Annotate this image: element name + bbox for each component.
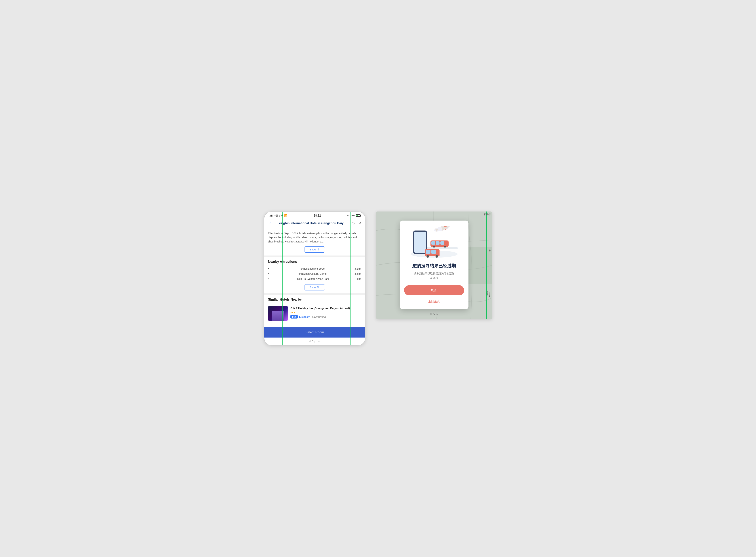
nearby-title: Nearby Attractions bbox=[268, 260, 361, 264]
annotation-line-right bbox=[486, 211, 486, 319]
svg-point-24 bbox=[436, 255, 438, 258]
share-icon[interactable]: ↗ bbox=[358, 221, 361, 226]
rating-label: Excellent bbox=[299, 316, 310, 318]
attraction-name-2: Renhezhen Cultural Center bbox=[297, 272, 327, 275]
signal-bar-2 bbox=[270, 215, 271, 216]
right-footer: © Omio bbox=[380, 313, 489, 316]
favorite-icon[interactable]: ♡ bbox=[352, 221, 355, 226]
right-panel: 拉绍德 拓 ChambMont- bbox=[376, 211, 492, 319]
modal-subtitle: 请刷新结果以取得最新的可购票券 及票价 bbox=[404, 271, 464, 280]
refresh-button[interactable]: 刷新 bbox=[404, 285, 464, 295]
list-item: Renhexianggang Street 3.2km bbox=[268, 266, 361, 271]
map-label-top: 拉绍德 bbox=[484, 213, 491, 216]
list-item: Ren He Lvzhou Yizhan Park 4km bbox=[268, 276, 361, 282]
svg-rect-4 bbox=[414, 232, 426, 253]
svg-point-23 bbox=[427, 255, 429, 258]
hotel-stars: ♦ ♦ ♦ bbox=[290, 311, 361, 314]
signal-bar-4 bbox=[272, 214, 273, 216]
header-icons: ♡ ↗ bbox=[352, 221, 361, 226]
location-icon: ⊕ bbox=[347, 214, 349, 217]
star-1: ♦ bbox=[290, 311, 292, 314]
status-left: 中国移动 📶 bbox=[269, 214, 287, 217]
policy-text: Effective from Sep 1, 2019, hotels in Gu… bbox=[268, 231, 361, 243]
expired-modal: 您的搜寻结果已经过期 请刷新结果以取得最新的可购票券 及票价 刷新 返回主页 bbox=[400, 221, 469, 309]
svg-rect-17 bbox=[431, 248, 435, 248]
annotation-line-top bbox=[376, 217, 492, 217]
divider-2 bbox=[264, 293, 365, 295]
signal-bars-icon bbox=[269, 214, 273, 216]
phone-left: 中国移动 📶 18:12 ⊕ 29% ‹ Yingbin Inte bbox=[264, 211, 365, 346]
hotel-card: S & P Holiday Inn (Guangzhou Baiyun Airp… bbox=[268, 304, 361, 323]
outer-container: 中国移动 📶 18:12 ⊕ 29% ‹ Yingbin Inte bbox=[264, 211, 492, 346]
divider-1 bbox=[264, 256, 365, 257]
map-label-mid: 拓 bbox=[489, 249, 491, 252]
modal-title: 您的搜寻结果已经过期 bbox=[404, 263, 464, 268]
star-3: ♦ bbox=[294, 311, 295, 314]
battery-fill bbox=[356, 215, 358, 216]
carrier-label: 中国移动 bbox=[274, 214, 283, 217]
svg-rect-13 bbox=[440, 241, 444, 245]
status-right: ⊕ 29% bbox=[347, 214, 360, 217]
signal-bar-3 bbox=[271, 214, 272, 216]
battery-box bbox=[356, 214, 360, 217]
hotel-building bbox=[272, 311, 284, 321]
star-2: ♦ bbox=[292, 311, 293, 314]
show-all-button-2[interactable]: Show All bbox=[305, 284, 325, 290]
attraction-name-3: Ren He Lvzhou Yizhan Park bbox=[297, 277, 329, 280]
similar-title: Similar Hotels Nearby bbox=[268, 298, 361, 301]
attractions-list: Renhexianggang Street 3.2km Renhezhen Cu… bbox=[268, 266, 361, 282]
select-room-button[interactable]: Select Room bbox=[264, 327, 365, 338]
signal-bar-1 bbox=[269, 216, 270, 216]
hotel-thumbnail bbox=[268, 306, 288, 321]
status-time: 18:12 bbox=[314, 214, 321, 217]
rating-badge: 4.5/5 bbox=[290, 315, 298, 319]
annotation-line-left bbox=[382, 211, 382, 319]
map-label-bottom: ChambMont- bbox=[486, 291, 491, 297]
status-bar: 中国移动 📶 18:12 ⊕ 29% bbox=[264, 212, 365, 219]
attraction-dist-1: 3.2km bbox=[354, 267, 361, 270]
svg-rect-12 bbox=[436, 241, 440, 245]
hotel-title: Yingbin International Hotel (Guangzhou B… bbox=[272, 221, 352, 225]
attraction-dist-2: 3.6km bbox=[354, 272, 361, 275]
battery-percent: 29% bbox=[350, 214, 355, 217]
hotel-info: S & P Holiday Inn (Guangzhou Baiyun Airp… bbox=[290, 306, 361, 319]
battery-container bbox=[356, 214, 360, 217]
show-all-button-1[interactable]: Show All bbox=[305, 246, 325, 253]
modal-illustration bbox=[411, 226, 458, 259]
hotel-name: S & P Holiday Inn (Guangzhou Baiyun Airp… bbox=[290, 306, 361, 310]
similar-hotels-section: Similar Hotels Nearby S & P Holiday Inn … bbox=[268, 298, 361, 323]
transport-illustration bbox=[411, 226, 458, 259]
attraction-dist-3: 4km bbox=[357, 277, 361, 280]
svg-rect-19 bbox=[444, 248, 448, 248]
svg-rect-22 bbox=[431, 250, 436, 254]
phone-left-inner: 中国移动 📶 18:12 ⊕ 29% ‹ Yingbin Inte bbox=[264, 212, 365, 345]
wifi-icon: 📶 bbox=[284, 214, 287, 217]
back-button[interactable]: ‹ bbox=[268, 220, 272, 226]
svg-rect-18 bbox=[438, 248, 441, 248]
rating-count: 4,100 reviews bbox=[312, 316, 326, 318]
list-item: Renhezhen Cultural Center 3.6km bbox=[268, 271, 361, 276]
hotel-header: ‹ Yingbin International Hotel (Guangzhou… bbox=[264, 219, 365, 229]
hotel-rating-row: 4.5/5 Excellent 4,100 reviews bbox=[290, 315, 361, 319]
svg-rect-11 bbox=[431, 241, 435, 245]
left-footer: © Trip.com bbox=[264, 338, 365, 345]
attraction-name-1: Renhexianggang Street bbox=[299, 267, 325, 270]
back-home-button[interactable]: 返回主页 bbox=[404, 298, 464, 305]
svg-rect-21 bbox=[426, 250, 431, 254]
phone-content: Effective from Sep 1, 2019, hotels in Gu… bbox=[264, 229, 365, 326]
